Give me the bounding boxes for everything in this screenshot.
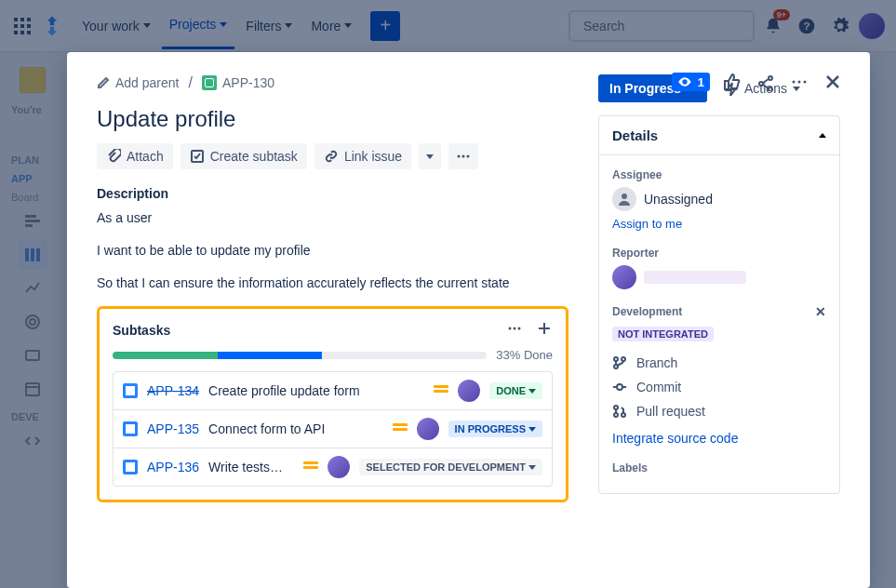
issue-modal: 1 Add parent / APP-130 Update profile At…: [67, 52, 870, 588]
link-issue-dropdown[interactable]: [419, 143, 441, 169]
attach-button[interactable]: Attach: [97, 143, 173, 169]
subtask-type-icon: [123, 421, 138, 436]
add-subtask-icon[interactable]: [536, 320, 553, 341]
reporter-name-redacted: [644, 271, 746, 284]
subtask-status-dropdown[interactable]: SELECTED FOR DEVELOPMENT: [359, 459, 542, 475]
subtask-icon: [190, 149, 205, 164]
pencil-icon: [97, 76, 110, 89]
subtask-status-dropdown[interactable]: IN PROGRESS: [448, 421, 542, 437]
link-issue-button[interactable]: Link issue: [314, 143, 411, 169]
watch-button[interactable]: 1: [672, 73, 710, 91]
svg-point-41: [518, 327, 521, 330]
integrate-source-link[interactable]: Integrate source code: [612, 431, 738, 446]
branch-icon: [612, 355, 627, 370]
unassigned-avatar-icon: [612, 187, 636, 211]
details-toggle[interactable]: Details: [599, 116, 839, 155]
assignee-avatar[interactable]: [458, 380, 480, 402]
issue-title[interactable]: Update profile: [97, 106, 568, 132]
more-actions-icon[interactable]: [788, 71, 810, 93]
close-icon[interactable]: [822, 71, 844, 93]
svg-line-29: [763, 85, 769, 88]
assign-to-me-link[interactable]: Assign to me: [612, 217, 682, 231]
subtask-type-icon: [123, 383, 138, 398]
development-label: Development: [612, 305, 682, 318]
assignee-avatar[interactable]: [417, 418, 439, 440]
create-subtask-button[interactable]: Create subtask: [181, 143, 307, 169]
like-icon[interactable]: [721, 71, 743, 93]
svg-point-47: [622, 357, 625, 361]
subtask-key-link[interactable]: APP-136: [147, 460, 199, 474]
more-issue-actions[interactable]: [448, 143, 478, 169]
svg-point-30: [793, 81, 796, 84]
description-line[interactable]: So that I can ensure the information acc…: [97, 274, 568, 293]
details-panel: Details Assignee Unassigned Assign to me…: [598, 115, 840, 494]
svg-point-52: [614, 413, 618, 417]
reporter-value[interactable]: [612, 265, 826, 289]
dev-branch-link[interactable]: Branch: [612, 351, 826, 375]
progress-label: 33% Done: [496, 348, 553, 362]
svg-point-53: [622, 413, 625, 417]
reporter-label: Reporter: [612, 247, 826, 260]
svg-point-38: [467, 155, 470, 158]
subtask-row[interactable]: APP-134Create profile update formDONE: [114, 372, 552, 410]
subtasks-more-icon[interactable]: [506, 320, 523, 341]
assignee-value[interactable]: Unassigned: [612, 187, 826, 211]
labels-label: Labels: [612, 461, 826, 474]
commit-icon: [612, 380, 627, 394]
dev-commit-link[interactable]: Commit: [612, 375, 826, 399]
svg-point-39: [509, 327, 512, 330]
story-type-icon: [202, 75, 217, 90]
subtasks-progress-bar: [113, 352, 487, 359]
pull-request-icon: [612, 404, 627, 419]
svg-point-51: [614, 406, 618, 409]
svg-point-44: [622, 194, 627, 199]
not-integrated-badge: NOT INTEGRATED: [612, 327, 714, 341]
subtask-type-icon: [123, 460, 138, 474]
description-line[interactable]: I want to be able to update my profile: [97, 241, 568, 261]
svg-point-40: [514, 327, 516, 330]
svg-point-25: [759, 82, 763, 86]
dismiss-dev-icon[interactable]: ✕: [815, 304, 826, 319]
subtask-key-link[interactable]: APP-134: [147, 383, 199, 398]
subtask-summary: Write tests…: [208, 460, 294, 474]
svg-rect-24: [725, 81, 729, 89]
chevron-up-icon: [819, 133, 826, 138]
description-label: Description: [97, 186, 568, 201]
subtasks-title: Subtasks: [113, 323, 170, 338]
svg-line-28: [763, 79, 769, 83]
svg-point-32: [804, 81, 807, 84]
svg-point-45: [614, 357, 618, 361]
subtask-row[interactable]: APP-135Connect form to APIIN PROGRESS: [114, 410, 552, 448]
link-icon: [324, 149, 339, 164]
eye-icon: [677, 74, 692, 89]
assignee-avatar[interactable]: [328, 456, 350, 478]
subtask-row[interactable]: APP-136Write tests…SELECTED FOR DEVELOPM…: [114, 448, 552, 486]
description-line[interactable]: As a user: [97, 208, 568, 228]
svg-point-31: [798, 81, 801, 84]
subtask-summary: Connect form to API: [208, 421, 383, 436]
share-icon[interactable]: [755, 71, 777, 93]
dev-pr-link[interactable]: Pull request: [612, 399, 826, 423]
attachment-icon: [106, 149, 121, 164]
subtask-status-dropdown[interactable]: DONE: [489, 382, 542, 399]
issue-key-link[interactable]: APP-130: [202, 75, 274, 90]
priority-icon: [393, 423, 408, 434]
reporter-avatar: [612, 265, 636, 289]
subtask-list: APP-134Create profile update formDONE AP…: [113, 371, 553, 487]
svg-point-37: [462, 155, 465, 158]
svg-point-48: [617, 384, 622, 390]
add-parent-link[interactable]: Add parent: [97, 75, 180, 90]
subtask-summary: Create profile update form: [208, 383, 424, 398]
subtasks-panel: Subtasks 33% Done APP-134Create profile …: [97, 306, 568, 502]
assignee-label: Assignee: [612, 168, 826, 181]
svg-point-36: [458, 155, 461, 158]
svg-point-27: [769, 87, 772, 91]
subtask-key-link[interactable]: APP-135: [147, 421, 199, 436]
svg-point-26: [769, 76, 772, 80]
priority-icon: [303, 461, 318, 473]
breadcrumb: Add parent / APP-130: [97, 74, 568, 91]
priority-icon: [434, 385, 448, 396]
